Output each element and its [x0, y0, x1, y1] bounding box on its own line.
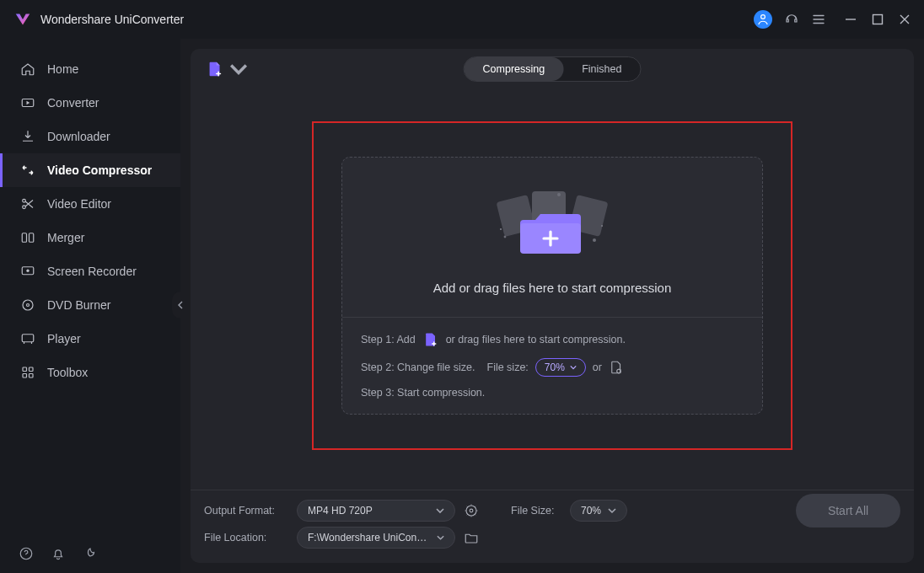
tab-finished[interactable]: Finished: [563, 57, 640, 81]
headset-icon[interactable]: [784, 12, 799, 27]
svg-point-22: [504, 235, 507, 238]
chevron-down-icon: [436, 506, 444, 515]
sidebar-item-label: Player: [47, 332, 81, 345]
titlebar: Wondershare UniConverter: [0, 0, 924, 39]
chevron-left-icon: [178, 301, 183, 309]
output-settings-icon[interactable]: [464, 503, 479, 518]
user-icon: [755, 12, 771, 27]
tab-compressing[interactable]: Compressing: [465, 57, 564, 81]
drop-zone-text: Add or drag files here to start compress…: [433, 281, 672, 295]
chevron-down-icon: [608, 506, 616, 515]
step-2-text-a: Step 2: Change file size.: [361, 361, 475, 373]
sidebar-item-converter[interactable]: Converter: [0, 86, 180, 120]
logo-icon: [13, 10, 32, 29]
filesize-select[interactable]: 70%: [570, 500, 627, 522]
step-2-row: Step 2: Change file size. File size: 70%…: [361, 358, 744, 377]
step-2-or: or: [593, 361, 602, 373]
sidebar-item-label: Toolbox: [47, 366, 88, 379]
filesize-value: 70%: [581, 505, 601, 517]
step-2-text-b: File size:: [487, 361, 529, 373]
scissors-icon: [20, 196, 35, 212]
svg-point-9: [23, 300, 33, 310]
status-bar-tools: [0, 534, 180, 573]
sidebar-item-home[interactable]: Home: [0, 52, 180, 86]
chevron-down-icon: [570, 364, 577, 371]
sidebar-collapse-button[interactable]: [172, 292, 189, 319]
file-location-label: File Location:: [204, 532, 288, 544]
tab-label: Finished: [582, 63, 621, 75]
menu-icon[interactable]: [811, 12, 826, 27]
help-icon[interactable]: [19, 546, 34, 561]
sidebar-item-player[interactable]: Player: [0, 322, 180, 356]
sidebar-item-label: Video Compressor: [47, 163, 152, 177]
step-3-row: Step 3: Start compression.: [361, 387, 744, 399]
svg-point-26: [470, 509, 473, 512]
sidebar-item-video-editor[interactable]: Video Editor: [0, 187, 180, 221]
player-icon: [20, 331, 35, 346]
sidebar-item-toolbox[interactable]: Toolbox: [0, 356, 180, 389]
open-folder-icon[interactable]: [464, 530, 479, 545]
bell-icon[interactable]: [51, 546, 66, 561]
sidebar-item-label: Screen Recorder: [47, 265, 137, 278]
start-all-label: Start All: [828, 504, 868, 517]
output-format-select[interactable]: MP4 HD 720P: [297, 500, 455, 522]
file-size-pill[interactable]: 70%: [535, 358, 586, 377]
step-1-text-b: or drag files here to start compression.: [446, 334, 626, 345]
sidebar-item-downloader[interactable]: Downloader: [0, 120, 180, 153]
grid-icon: [20, 365, 35, 380]
main-area: Compressing Finished: [180, 39, 924, 573]
sidebar-item-label: Home: [47, 62, 78, 76]
sidebar-item-merger[interactable]: Merger: [0, 221, 180, 254]
filesize-label: File Size:: [511, 505, 561, 517]
output-format-label: Output Format:: [204, 505, 288, 517]
svg-rect-13: [30, 367, 34, 372]
drop-steps: Step 1: Add or drag files here to start …: [342, 317, 762, 414]
panel-body: Add or drag files here to start compress…: [191, 89, 914, 490]
theme-icon[interactable]: [83, 546, 98, 561]
sidebar-item-label: Downloader: [47, 130, 110, 143]
file-add-icon: [206, 60, 224, 78]
drop-zone[interactable]: Add or drag files here to start compress…: [342, 158, 762, 317]
file-size-pill-value: 70%: [545, 361, 565, 373]
file-settings-icon[interactable]: [609, 360, 624, 375]
add-file-button[interactable]: [206, 60, 248, 78]
home-icon: [20, 62, 35, 77]
merge-icon: [20, 230, 35, 245]
maximize-icon[interactable]: [872, 13, 884, 25]
svg-point-0: [761, 15, 766, 19]
sidebar-item-video-compressor[interactable]: Video Compressor: [0, 153, 180, 187]
drop-zone-card: Add or drag files here to start compress…: [341, 157, 763, 415]
process-tabs: Compressing Finished: [464, 56, 642, 82]
converter-icon: [20, 95, 35, 110]
panel-footer: Output Format: MP4 HD 720P File Size: 70…: [191, 490, 914, 563]
file-location-select[interactable]: F:\Wondershare UniConverter: [297, 527, 455, 549]
close-icon[interactable]: [899, 13, 911, 25]
svg-point-23: [593, 238, 596, 242]
account-button[interactable]: [754, 10, 772, 29]
tutorial-highlight-frame: Add or drag files here to start compress…: [312, 121, 792, 450]
chevron-down-icon: [437, 533, 444, 542]
file-add-icon: [422, 331, 439, 348]
sidebar-item-dvd-burner[interactable]: DVD Burner: [0, 288, 180, 322]
start-all-button[interactable]: Start All: [796, 494, 900, 527]
sidebar-item-label: Video Editor: [47, 197, 111, 211]
content-panel: Compressing Finished: [191, 49, 914, 563]
disc-icon: [20, 297, 35, 313]
svg-rect-15: [30, 374, 34, 378]
tab-label: Compressing: [483, 63, 545, 75]
sidebar-item-label: Merger: [47, 231, 84, 244]
chevron-down-icon: [229, 60, 248, 78]
sidebar-item-label: DVD Burner: [47, 298, 110, 312]
svg-rect-5: [22, 233, 26, 243]
minimize-icon[interactable]: [845, 13, 857, 25]
app-title: Wondershare UniConverter: [40, 13, 184, 26]
record-icon: [20, 264, 35, 279]
download-icon: [20, 129, 35, 144]
sidebar-item-screen-recorder[interactable]: Screen Recorder: [0, 254, 180, 288]
svg-point-8: [26, 270, 29, 272]
svg-rect-1: [873, 15, 883, 24]
titlebar-actions: [754, 10, 911, 29]
app-logo: Wondershare UniConverter: [13, 10, 184, 29]
svg-rect-11: [22, 335, 34, 342]
step-3-text: Step 3: Start compression.: [361, 387, 485, 399]
